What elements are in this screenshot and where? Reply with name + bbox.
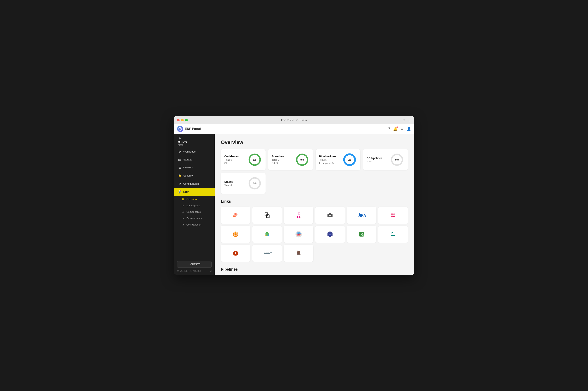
svg-rect-27 xyxy=(327,216,332,217)
settings-icon[interactable]: ⚙ xyxy=(400,127,403,131)
notifications-icon[interactable]: 🔔 xyxy=(393,127,397,131)
svg-point-62 xyxy=(299,252,300,252)
overview-icon: ▦ xyxy=(181,198,185,200)
link-card-5[interactable]: JIRA xyxy=(347,207,377,224)
stages-total: Total: 0 xyxy=(224,184,233,187)
app-header: EDP Portal ? 🔔 ⚙ 👤 xyxy=(174,124,414,134)
sub-item-marketplace[interactable]: 🛍 Marketplace xyxy=(174,202,215,209)
svg-point-56 xyxy=(235,252,236,254)
svg-rect-32 xyxy=(391,216,393,217)
branches-donut-label: 9/9 xyxy=(300,158,304,161)
sub-item-environments[interactable]: ∞ Environments xyxy=(174,215,215,221)
window-icon-2[interactable]: ⋮ xyxy=(408,118,411,122)
edp-icon: 🚀 xyxy=(178,190,181,194)
svg-rect-57 xyxy=(264,253,270,254)
link-card-14[interactable]: sonarqube xyxy=(252,245,282,262)
codebases-ok: OK: 5 xyxy=(224,162,239,165)
branches-total: Total: 9 xyxy=(272,159,284,161)
header-actions: ? 🔔 ⚙ 👤 xyxy=(388,127,411,131)
app-window: EDP Portal – Overview ⊡ ⋮ EDP Portal ? 🔔 xyxy=(174,116,414,275)
svg-rect-31 xyxy=(393,213,395,215)
sidebar-item-label: Network xyxy=(183,166,193,169)
link-card-10[interactable] xyxy=(315,226,345,243)
link-card-6[interactable] xyxy=(378,207,408,224)
minimize-button[interactable] xyxy=(181,119,184,121)
cluster-label: Cluster xyxy=(178,141,211,144)
maximize-button[interactable] xyxy=(185,119,188,121)
link-card-8[interactable] xyxy=(252,226,282,243)
svg-rect-30 xyxy=(391,213,393,215)
cdpipelines-donut: 0/0 xyxy=(390,152,404,167)
stat-card-codebases: Codebases Total: 5 OK: 5 5/5 xyxy=(221,149,266,170)
sub-item-overview[interactable]: ▦ Overview xyxy=(174,196,215,202)
sub-item-label: Marketplace xyxy=(186,204,200,207)
link-card-9[interactable] xyxy=(284,226,313,243)
sidebar-item-workloads[interactable]: ⊙ Workloads xyxy=(174,147,215,156)
stat-card-stages: Stages Total: 0 0/0 xyxy=(221,173,266,194)
link-card-15[interactable] xyxy=(284,245,313,262)
link-card-1[interactable] xyxy=(221,207,250,224)
codebases-info: Codebases Total: 5 OK: 5 xyxy=(224,155,239,165)
sub-config-icon: ⚙ xyxy=(181,223,185,226)
sub-item-label: Overview xyxy=(186,198,197,200)
marketplace-icon: 🛍 xyxy=(181,204,185,207)
cdpipelines-donut-label: 0/0 xyxy=(395,158,399,161)
link-card-7[interactable] xyxy=(221,226,250,243)
link-card-12[interactable]: r xyxy=(378,226,408,243)
sidebar-item-label: Configuration xyxy=(183,182,199,185)
app-logo: EDP Portal xyxy=(177,126,201,132)
version-icon: ⊙ xyxy=(177,270,179,272)
sidebar-item-network[interactable]: 🖥 Network xyxy=(174,164,215,172)
link-card-11[interactable]: Se xyxy=(347,226,377,243)
sub-item-configuration[interactable]: ⚙ Configuration xyxy=(174,221,215,228)
network-icon: 🖥 xyxy=(178,166,181,169)
svg-text:r: r xyxy=(391,231,393,235)
sidebar-item-security[interactable]: 🔒 Security xyxy=(174,172,215,180)
stat-card-pipelineruns: PipelineRuns Total: 5 In Progress: 5 0/5 xyxy=(316,149,360,170)
svg-point-60 xyxy=(297,251,300,254)
sidebar-item-label: Workloads xyxy=(183,150,196,153)
link-card-13[interactable] xyxy=(221,245,250,262)
pipelineruns-ok: In Progress: 5 xyxy=(319,162,336,165)
branches-donut: 9/9 xyxy=(295,152,309,167)
svg-point-43 xyxy=(267,233,268,233)
cdpipelines-title: CDPipelines xyxy=(367,157,383,160)
link-card-3[interactable] xyxy=(284,207,313,224)
sidebar-item-configuration[interactable]: ⚙ Configuration xyxy=(174,180,215,188)
stages-donut: 0/0 xyxy=(247,176,262,191)
close-button[interactable] xyxy=(177,119,180,121)
stages-info: Stages Total: 0 xyxy=(224,180,233,187)
window-icon-1[interactable]: ⊡ xyxy=(402,118,405,122)
sub-item-label: Environments xyxy=(186,217,202,220)
info-icon[interactable]: ⊡ xyxy=(210,270,211,272)
create-button[interactable]: + CREATE xyxy=(177,261,211,268)
svg-rect-41 xyxy=(266,234,268,236)
sidebar-item-storage[interactable]: 🗃 Storage xyxy=(174,156,215,164)
sidebar-cluster: ⊕ Cluster main xyxy=(174,134,215,147)
sidebar-bottom: + CREATE ⊙ v1.26.10-eks-4f4795d ⊡ xyxy=(174,258,215,275)
environments-icon: ∞ xyxy=(181,217,185,220)
configuration-icon: ⚙ xyxy=(178,182,181,186)
links-grid: JIRA xyxy=(221,207,408,262)
stages-donut-label: 0/0 xyxy=(253,182,256,185)
stat-card-branches: Branches Total: 9 OK: 9 9/9 xyxy=(268,149,313,170)
sidebar-item-edp[interactable]: 🚀 EDP xyxy=(174,188,215,196)
pipelineruns-info: PipelineRuns Total: 5 In Progress: 5 xyxy=(319,155,336,165)
link-card-4[interactable] xyxy=(315,207,345,224)
svg-point-47 xyxy=(298,234,299,235)
stages-title: Stages xyxy=(224,180,233,183)
link-card-2[interactable] xyxy=(252,207,282,224)
sub-item-components[interactable]: ⊞ Components xyxy=(174,209,215,215)
stat-card-cdpipelines: CDPipelines Total: 0 0/0 xyxy=(363,149,408,170)
user-icon[interactable]: 👤 xyxy=(407,127,411,131)
stat-cards-row2: Stages Total: 0 0/0 xyxy=(221,173,408,194)
svg-text:JIRA: JIRA xyxy=(358,213,366,217)
page-title: Overview xyxy=(221,139,408,145)
pipelineruns-title: PipelineRuns xyxy=(319,155,336,158)
cdpipelines-info: CDPipelines Total: 0 xyxy=(367,157,383,163)
codebases-total: Total: 5 xyxy=(224,159,239,161)
codebases-title: Codebases xyxy=(224,155,239,158)
svg-point-1 xyxy=(180,128,181,128)
help-icon[interactable]: ? xyxy=(388,127,390,131)
pipelineruns-donut-label: 0/5 xyxy=(348,158,351,161)
